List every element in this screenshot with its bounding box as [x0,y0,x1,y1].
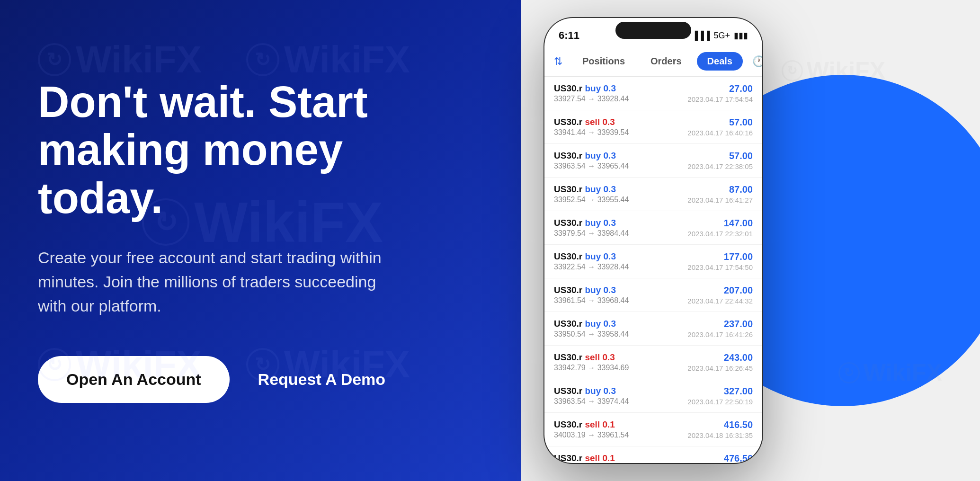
trade-time: 2023.04.17 22:50:19 [687,398,753,406]
trade-right: 237.00 2023.04.17 16:41:26 [687,319,753,338]
table-row: US30.r sell 0.1 34003.19 → 33961.54 416.… [544,413,762,446]
trade-profit: 87.00 [687,184,753,195]
trade-left: US30.r buy 0.3 33963.54 → 33965.44 [554,151,687,170]
page-wrapper: ↻WikiFX ↻WikiFX ↻WikiFX ↻WikiFX ↻WikiFX … [0,0,980,481]
trade-time: 2023.04.17 16:26:45 [687,364,753,372]
trade-right: 87.00 2023.04.17 16:41:27 [687,184,753,204]
trade-time: 2023.04.17 16:41:26 [687,330,753,338]
trade-prices: 33961.54 → 33968.44 [554,296,687,305]
table-row: US30.r buy 0.3 33922.54 → 33928.44 177.0… [544,245,762,278]
trade-instrument: US30.r sell 0.1 [554,419,687,430]
trade-right: 327.00 2023.04.17 22:50:19 [687,386,753,406]
tab-orders[interactable]: Orders [640,52,692,71]
trade-left: US30.r sell 0.1 34003.19 → 33961.54 [554,419,687,439]
trade-instrument: US30.r sell 0.3 [554,117,687,127]
trade-prices: 34003.19 → 33961.54 [554,431,687,439]
signal-bars-icon: ▐▐▐ [692,31,710,41]
trade-time: 2023.04.18 16:31:35 [687,431,753,439]
phone-app-content: ⇅ Positions Orders Deals 🕐 US30.r buy 0.… [544,46,762,463]
trade-time: 2023.04.17 16:40:16 [687,129,753,137]
left-section: ↻WikiFX ↻WikiFX ↻WikiFX ↻WikiFX ↻WikiFX … [0,0,521,481]
status-time: 6:11 [559,29,579,42]
trade-time: 2023.04.17 22:44:32 [687,297,753,305]
trade-instrument: US30.r buy 0.3 [554,218,687,228]
trade-instrument: US30.r buy 0.3 [554,319,687,329]
trade-prices: 33950.54 → 33958.44 [554,330,687,338]
network-type: 5G+ [713,31,730,41]
trade-profit: 416.50 [687,419,753,430]
request-demo-button[interactable]: Request A Demo [258,370,386,389]
trade-left: US30.r buy 0.3 33922.54 → 33928.44 [554,251,687,271]
trade-profit: 327.00 [687,386,753,397]
trade-profit: 476.50 [687,453,753,463]
status-icons: ▐▐▐ 5G+ ▮▮▮ [692,30,748,41]
trade-profit: 147.00 [687,218,753,229]
trade-prices: 33952.54 → 33955.44 [554,196,687,204]
trade-prices: 33963.54 → 33965.44 [554,162,687,170]
trade-left: US30.r buy 0.3 33979.54 → 33984.44 [554,218,687,238]
phone-mockup: 6:11 ▐▐▐ 5G+ ▮▮▮ ⇅ Positions Orders Deal… [544,18,762,463]
trade-instrument: US30.r buy 0.3 [554,251,687,262]
open-account-button[interactable]: Open An Account [38,356,230,403]
trade-prices: 33942.79 → 33934.69 [554,364,687,372]
trade-left: US30.r buy 0.3 33963.54 → 33974.44 [554,386,687,406]
tab-deals[interactable]: Deals [697,52,743,71]
table-row: US30.r sell 0.1 34009.19 → 33961.54 476.… [544,446,762,463]
table-row: US30.r buy 0.3 33952.54 → 33955.44 87.00… [544,178,762,211]
trade-left: US30.r buy 0.3 33927.54 → 33928.44 [554,83,687,103]
clock-icon: 🕐 [752,55,762,68]
trade-time: 2023.04.17 16:41:27 [687,196,753,204]
trade-right: 57.00 2023.04.17 16:40:16 [687,117,753,137]
trade-time: 2023.04.17 17:54:50 [687,263,753,271]
trade-right: 147.00 2023.04.17 22:32:01 [687,218,753,238]
table-row: US30.r buy 0.3 33961.54 → 33968.44 207.0… [544,278,762,312]
trade-profit: 237.00 [687,319,753,330]
battery-icon: ▮▮▮ [734,30,748,41]
table-row: US30.r buy 0.3 33963.54 → 33965.44 57.00… [544,144,762,178]
table-row: US30.r sell 0.3 33942.79 → 33934.69 243.… [544,346,762,379]
trade-profit: 27.00 [687,83,753,94]
trade-profit: 57.00 [687,117,753,128]
trade-instrument: US30.r sell 0.1 [554,453,687,463]
trade-instrument: US30.r buy 0.3 [554,83,687,94]
trade-right: 207.00 2023.04.17 22:44:32 [687,285,753,305]
trade-left: US30.r buy 0.3 33961.54 → 33968.44 [554,285,687,305]
table-row: US30.r sell 0.3 33941.44 → 33939.54 57.0… [544,110,762,144]
trade-left: US30.r buy 0.3 33950.54 → 33958.44 [554,319,687,338]
trade-right: 27.00 2023.04.17 17:54:54 [687,83,753,103]
watermark-2: ↻WikiFX [246,38,410,81]
trade-right: 177.00 2023.04.17 17:54:50 [687,251,753,271]
trade-prices: 33927.54 → 33928.44 [554,95,687,103]
trade-instrument: US30.r buy 0.3 [554,285,687,295]
table-row: US30.r buy 0.3 33979.54 → 33984.44 147.0… [544,211,762,245]
trade-left: US30.r sell 0.1 34009.19 → 33961.54 [554,453,687,463]
watermark-1: ↻WikiFX [38,38,202,81]
subtext: Create your free account and start tradi… [38,246,407,318]
table-row: US30.r buy 0.3 33927.54 → 33928.44 27.00… [544,77,762,110]
trade-right: 243.00 2023.04.17 16:26:45 [687,352,753,372]
trade-prices: 33963.54 → 33974.44 [554,397,687,406]
trade-prices: 33941.44 → 33939.54 [554,128,687,137]
main-headline: Don't wait. Start making money today. [38,78,464,222]
sort-icon: ⇅ [554,55,562,68]
trade-instrument: US30.r buy 0.3 [554,386,687,396]
tab-positions[interactable]: Positions [572,52,635,71]
trade-profit: 177.00 [687,251,753,262]
trade-profit: 243.00 [687,352,753,363]
phone-notch [615,22,691,39]
trade-left: US30.r sell 0.3 33942.79 → 33934.69 [554,352,687,372]
right-section: ↻WikiFX ↻WikiFX 6:11 ▐▐▐ 5G+ ▮▮▮ ⇅ [521,0,980,481]
cta-row: Open An Account Request A Demo [38,356,483,403]
trade-prices: 33979.54 → 33984.44 [554,229,687,238]
trade-profit: 57.00 [687,151,753,161]
trade-time: 2023.04.17 22:32:01 [687,230,753,238]
app-tabs: ⇅ Positions Orders Deals 🕐 [544,46,762,77]
table-row: US30.r buy 0.3 33950.54 → 33958.44 237.0… [544,312,762,346]
trade-time: 2023.04.17 22:38:05 [687,162,753,170]
table-row: US30.r buy 0.3 33963.54 → 33974.44 327.0… [544,379,762,413]
trade-instrument: US30.r buy 0.3 [554,184,687,195]
trade-right: 476.50 2023.04.18 16:31:35 [687,453,753,463]
trade-time: 2023.04.17 17:54:54 [687,95,753,103]
trade-instrument: US30.r buy 0.3 [554,151,687,161]
trade-left: US30.r buy 0.3 33952.54 → 33955.44 [554,184,687,204]
